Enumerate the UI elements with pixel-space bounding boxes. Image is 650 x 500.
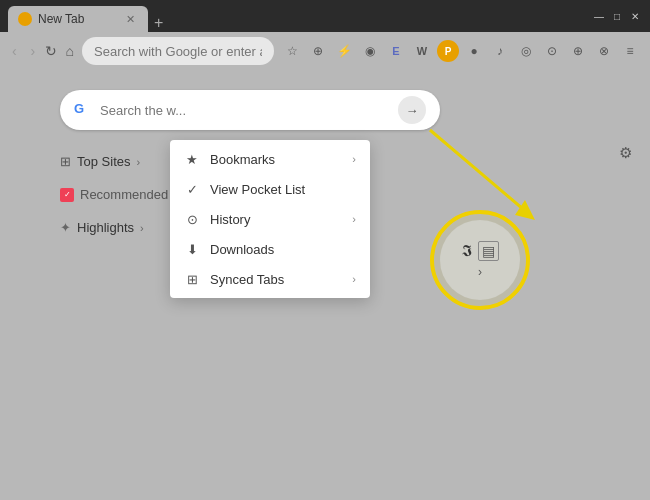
gear-button[interactable]: ⚙ xyxy=(612,140,638,166)
highlights-label: Highlights xyxy=(77,220,134,235)
tab-title: New Tab xyxy=(38,12,116,26)
search-input[interactable] xyxy=(100,103,390,118)
gear-area: ⚙ xyxy=(612,140,638,166)
forward-icon: › xyxy=(30,43,35,59)
extension-icon-4[interactable]: ◉ xyxy=(358,39,382,63)
main-wrapper: G → ⊞ Top Sites › ✓ Recommended by Pocke… xyxy=(0,70,650,500)
pocket-icon: ✓ xyxy=(60,188,74,202)
library-icon[interactable]: 𝕴 xyxy=(462,242,472,260)
circle-icons: 𝕴 ▤ xyxy=(462,241,499,261)
menu-item-downloads[interactable]: ⬇ Downloads xyxy=(170,234,370,264)
dropdown-menu: ★ Bookmarks › ✓ View Pocket List ⊙ Histo… xyxy=(170,140,370,298)
back-icon: ‹ xyxy=(12,43,17,59)
tab-favicon xyxy=(18,12,32,26)
downloads-label: Downloads xyxy=(210,242,356,257)
new-tab-button[interactable]: + xyxy=(148,14,169,32)
menu-item-bookmarks[interactable]: ★ Bookmarks › xyxy=(170,144,370,174)
extension-icon-pocket[interactable]: P xyxy=(436,39,460,63)
history-arrow: › xyxy=(352,213,356,225)
extension-icon-1[interactable]: ☆ xyxy=(280,39,304,63)
menu-item-synced-tabs[interactable]: ⊞ Synced Tabs › xyxy=(170,264,370,294)
top-sites-chevron: › xyxy=(136,156,140,168)
search-section: G → xyxy=(60,90,590,130)
history-label: History xyxy=(210,212,342,227)
history-icon: ⊙ xyxy=(184,211,200,227)
home-icon: ⌂ xyxy=(66,43,74,59)
maximize-button[interactable]: □ xyxy=(610,9,624,23)
menu-button[interactable]: ≡ xyxy=(618,39,642,63)
synced-tabs-arrow: › xyxy=(352,273,356,285)
minimize-button[interactable]: — xyxy=(592,9,606,23)
circle-highlight: 𝕴 ▤ › xyxy=(430,210,530,310)
address-input[interactable] xyxy=(94,44,262,59)
toolbar-icons: ☆ ⊕ ⚡ ◉ E W P ● ♪ ◎ ⊙ ⊕ ⊗ ≡ xyxy=(280,39,642,63)
sidebar-toggle-icon[interactable]: ▤ xyxy=(478,241,499,261)
extension-icon-7[interactable]: ● xyxy=(462,39,486,63)
pocket-badge: P xyxy=(437,40,459,62)
gear-icon: ⚙ xyxy=(619,144,632,162)
pocket-list-label: View Pocket List xyxy=(210,182,356,197)
extension-icon-3[interactable]: ⚡ xyxy=(332,39,356,63)
search-box[interactable]: G → xyxy=(60,90,440,130)
tab-close-btn[interactable]: ✕ xyxy=(122,11,138,27)
menu-item-history[interactable]: ⊙ History › xyxy=(170,204,370,234)
google-logo: G xyxy=(74,101,92,119)
menu-item-pocket[interactable]: ✓ View Pocket List xyxy=(170,174,370,204)
circle-inner: 𝕴 ▤ › xyxy=(440,220,520,300)
refresh-icon: ↻ xyxy=(45,43,57,59)
forward-button[interactable]: › xyxy=(27,38,40,64)
bookmarks-arrow: › xyxy=(352,153,356,165)
window-controls: — □ ✕ xyxy=(592,9,642,23)
highlights-star-icon: ✦ xyxy=(60,220,71,235)
highlights-chevron: › xyxy=(140,222,144,234)
extension-icon-6[interactable]: W xyxy=(410,39,434,63)
extension-icon-5[interactable]: E xyxy=(384,39,408,63)
active-tab[interactable]: New Tab ✕ xyxy=(8,6,148,32)
close-button[interactable]: ✕ xyxy=(628,9,642,23)
title-bar: New Tab ✕ + — □ ✕ xyxy=(0,0,650,32)
back-button[interactable]: ‹ xyxy=(8,38,21,64)
pocket-list-icon: ✓ xyxy=(184,181,200,197)
address-bar[interactable] xyxy=(82,37,274,65)
circle-chevron[interactable]: › xyxy=(478,265,482,279)
home-button[interactable]: ⌂ xyxy=(64,38,77,64)
extension-icon-9[interactable]: ◎ xyxy=(514,39,538,63)
pocket-checkmark: ✓ xyxy=(64,190,71,199)
synced-tabs-label: Synced Tabs xyxy=(210,272,342,287)
synced-tabs-icon: ⊞ xyxy=(184,271,200,287)
extension-icon-12[interactable]: ⊗ xyxy=(592,39,616,63)
search-arrow[interactable]: → xyxy=(398,96,426,124)
refresh-button[interactable]: ↻ xyxy=(45,38,58,64)
extension-icon-2[interactable]: ⊕ xyxy=(306,39,330,63)
bookmarks-icon: ★ xyxy=(184,151,200,167)
extension-icon-11[interactable]: ⊕ xyxy=(566,39,590,63)
tab-group: New Tab ✕ + xyxy=(8,0,580,32)
extension-icon-8[interactable]: ♪ xyxy=(488,39,512,63)
extension-icon-10[interactable]: ⊙ xyxy=(540,39,564,63)
top-sites-label: Top Sites xyxy=(77,154,130,169)
bookmarks-label: Bookmarks xyxy=(210,152,342,167)
top-sites-icon: ⊞ xyxy=(60,154,71,169)
downloads-icon: ⬇ xyxy=(184,241,200,257)
nav-bar: ‹ › ↻ ⌂ ☆ ⊕ ⚡ ◉ E W P ● ♪ ◎ ⊙ ⊕ ⊗ ≡ xyxy=(0,32,650,70)
